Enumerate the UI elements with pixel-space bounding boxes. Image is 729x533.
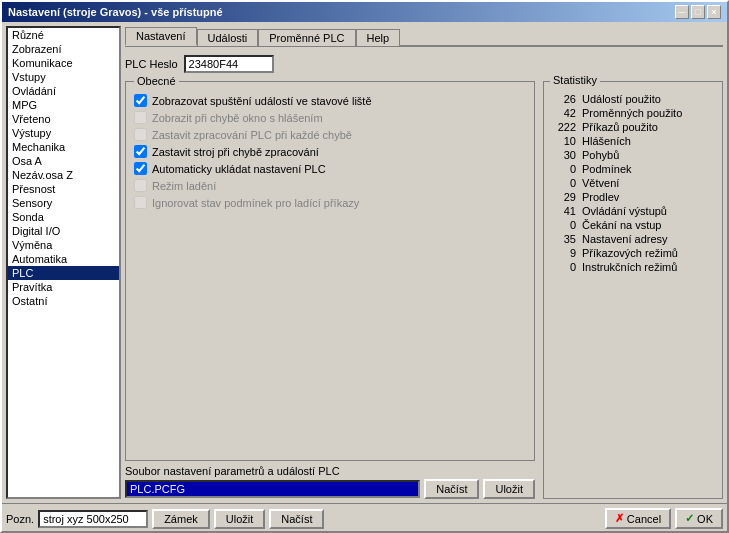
sidebar-item-automatika[interactable]: Automatika: [8, 252, 119, 266]
sidebar-item-plc[interactable]: PLC: [8, 266, 119, 280]
plc-heslo-input[interactable]: [184, 55, 274, 73]
sidebar-item-pravtka[interactable]: Pravítka: [8, 280, 119, 294]
checkbox-label-2: Zastavit zpracování PLC při každé chybě: [152, 129, 352, 141]
sidebar-item-mpg[interactable]: MPG: [8, 98, 119, 112]
sidebar-item-ovldn[interactable]: Ovládání: [8, 84, 119, 98]
stat-row-1: 42Proměnných použito: [544, 106, 722, 120]
stat-num-12: 0: [552, 261, 582, 273]
soubor-section: Soubor nastavení parametrů a událostí PL…: [125, 465, 535, 499]
stat-num-11: 9: [552, 247, 582, 259]
soubor-ulozit-button[interactable]: Uložit: [483, 479, 535, 499]
stat-label-4: Pohybů: [582, 149, 619, 161]
tab-help[interactable]: Help: [356, 29, 401, 46]
sidebar-item-sensory[interactable]: Sensory: [8, 196, 119, 210]
sidebar-item-vstupy[interactable]: Výstupy: [8, 126, 119, 140]
checkbox-1[interactable]: [134, 111, 147, 124]
soubor-row: Načíst Uložit: [125, 479, 535, 499]
sidebar-item-rzn[interactable]: Různé: [8, 28, 119, 42]
checkbox-6[interactable]: [134, 196, 147, 209]
checkbox-label-0: Zobrazovat spuštění událostí ve stavové …: [152, 95, 372, 107]
pozn-label: Pozn.: [6, 513, 34, 525]
stat-label-5: Podmínek: [582, 163, 632, 175]
checkbox-3[interactable]: [134, 145, 147, 158]
stat-rows-container: 26Událostí použito42Proměnných použito22…: [544, 92, 722, 274]
checkbox-row-4: Automaticky ukládat nastavení PLC: [134, 160, 526, 177]
stat-label-6: Větvení: [582, 177, 619, 189]
sidebar-item-ostatn[interactable]: Ostatní: [8, 294, 119, 308]
stat-num-3: 10: [552, 135, 582, 147]
sidebar-item-veteno[interactable]: Vřeteno: [8, 112, 119, 126]
checkbox-row-2: Zastavit zpracování PLC při každé chybě: [134, 126, 526, 143]
stat-num-2: 222: [552, 121, 582, 133]
stat-row-5: 0Podmínek: [544, 162, 722, 176]
checkbox-row-1: Zobrazit při chybě okno s hlášením: [134, 109, 526, 126]
stat-num-5: 0: [552, 163, 582, 175]
bottom-bar: Pozn. Zámek Uložit Načíst ✗ Cancel ✓ OK: [2, 503, 727, 531]
soubor-input[interactable]: [125, 480, 420, 498]
stat-row-10: 35Nastavení adresy: [544, 232, 722, 246]
window-body: RůznéZobrazeníKomunikaceVstupyOvládáníMP…: [2, 22, 727, 503]
tab-nastaven[interactable]: Nastavení: [125, 27, 197, 46]
cancel-button[interactable]: ✗ Cancel: [605, 508, 671, 529]
stat-num-7: 29: [552, 191, 582, 203]
plc-heslo-label: PLC Heslo: [125, 58, 178, 70]
checkbox-label-5: Režim ladění: [152, 180, 216, 192]
tab-promnnplc[interactable]: Proměnné PLC: [258, 29, 355, 46]
stat-label-0: Událostí použito: [582, 93, 661, 105]
sidebar-item-osaa[interactable]: Osa A: [8, 154, 119, 168]
stat-row-8: 41Ovládání výstupů: [544, 204, 722, 218]
checkbox-row-3: Zastavit stroj při chybě zpracování: [134, 143, 526, 160]
zamek-button[interactable]: Zámek: [152, 509, 210, 529]
soubor-nacist-button[interactable]: Načíst: [424, 479, 479, 499]
checkbox-label-6: Ignorovat stav podmínek pro ladící příka…: [152, 197, 359, 209]
window-title: Nastavení (stroje Gravos) - vše přístupn…: [8, 6, 223, 18]
tab-udlosti[interactable]: Události: [197, 29, 259, 46]
maximize-button[interactable]: □: [691, 5, 705, 19]
stat-num-4: 30: [552, 149, 582, 161]
sidebar-item-sonda[interactable]: Sonda: [8, 210, 119, 224]
title-bar-buttons: ─ □ ×: [675, 5, 721, 19]
minimize-button[interactable]: ─: [675, 5, 689, 19]
sidebar-item-vstupy[interactable]: Vstupy: [8, 70, 119, 84]
stat-row-4: 30Pohybů: [544, 148, 722, 162]
stat-label-8: Ovládání výstupů: [582, 205, 667, 217]
stat-row-6: 0Větvení: [544, 176, 722, 190]
stat-row-7: 29Prodlev: [544, 190, 722, 204]
bottom-ulozit-button[interactable]: Uložit: [214, 509, 266, 529]
stat-row-2: 222Příkazů použito: [544, 120, 722, 134]
sidebar-item-pesnost[interactable]: Přesnost: [8, 182, 119, 196]
main-content: NastaveníUdálostiProměnné PLCHelp PLC He…: [125, 26, 723, 499]
soubor-label: Soubor nastavení parametrů a událostí PL…: [125, 465, 535, 477]
stat-num-9: 0: [552, 219, 582, 231]
ok-check-icon: ✓: [685, 512, 694, 525]
stat-row-3: 10Hlášeních: [544, 134, 722, 148]
sidebar-item-vmna[interactable]: Výměna: [8, 238, 119, 252]
checkbox-label-4: Automaticky ukládat nastavení PLC: [152, 163, 326, 175]
stat-row-0: 26Událostí použito: [544, 92, 722, 106]
checkbox-5[interactable]: [134, 179, 147, 192]
obecne-legend: Obecné: [134, 75, 179, 87]
stat-label-12: Instrukčních režimů: [582, 261, 677, 273]
stat-label-9: Čekání na vstup: [582, 219, 662, 231]
stat-num-10: 35: [552, 233, 582, 245]
sidebar-item-zobrazen[interactable]: Zobrazení: [8, 42, 119, 56]
ok-button[interactable]: ✓ OK: [675, 508, 723, 529]
checkbox-4[interactable]: [134, 162, 147, 175]
stat-row-11: 9Příkazových režimů: [544, 246, 722, 260]
obecne-group: Obecné Zobrazovat spuštění událostí ve s…: [125, 81, 535, 461]
stat-row-9: 0Čekání na vstup: [544, 218, 722, 232]
stat-row-12: 0Instrukčních režimů: [544, 260, 722, 274]
sidebar-item-komunikace[interactable]: Komunikace: [8, 56, 119, 70]
cancel-x-icon: ✗: [615, 512, 624, 525]
sidebar-item-nezvosaz[interactable]: Nezáv.osa Z: [8, 168, 119, 182]
bottom-nacist-button[interactable]: Načíst: [269, 509, 324, 529]
close-button[interactable]: ×: [707, 5, 721, 19]
checkbox-row-6: Ignorovat stav podmínek pro ladící příka…: [134, 194, 526, 211]
ok-label: OK: [697, 513, 713, 525]
pozn-input[interactable]: [38, 510, 148, 528]
sidebar-item-mechanika[interactable]: Mechanika: [8, 140, 119, 154]
checkbox-2[interactable]: [134, 128, 147, 141]
sidebar-item-digitalio[interactable]: Digital I/O: [8, 224, 119, 238]
checkbox-0[interactable]: [134, 94, 147, 107]
main-window: Nastavení (stroje Gravos) - vše přístupn…: [0, 0, 729, 533]
